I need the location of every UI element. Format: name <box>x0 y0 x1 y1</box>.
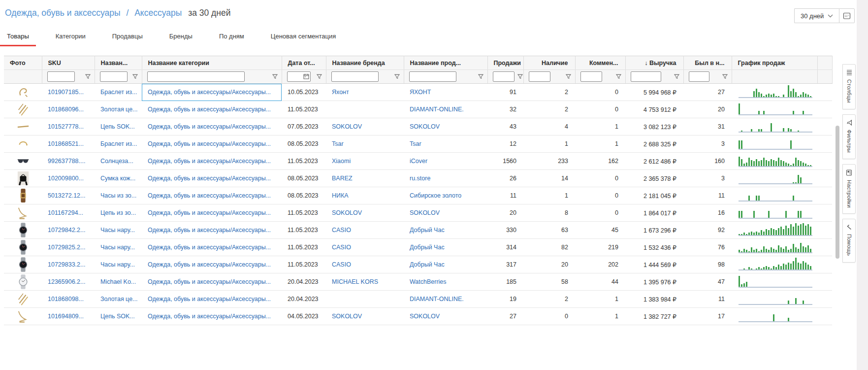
calendar-icon[interactable] <box>303 73 309 79</box>
filter-input-sku[interactable] <box>47 71 75 82</box>
sku-link[interactable]: 101868521... <box>48 140 84 147</box>
product-photo[interactable] <box>17 291 30 307</box>
sku-link[interactable]: 101694809... <box>48 313 84 320</box>
category-link[interactable]: Одежда, обувь и аксессуары/Аксессуары... <box>148 175 271 182</box>
filter-funnel-icon[interactable] <box>616 74 621 79</box>
filter-input-brand[interactable] <box>331 71 379 82</box>
seller-link[interactable]: ru.store <box>410 175 430 182</box>
product-photo[interactable] <box>17 136 30 152</box>
product-name-link[interactable]: Браслет из... <box>100 89 137 96</box>
filter-funnel-icon[interactable] <box>272 74 278 79</box>
sku-link[interactable]: 101868096... <box>48 106 84 113</box>
filter-input-category[interactable] <box>147 71 245 82</box>
brand-link[interactable]: CASIO <box>332 261 351 268</box>
category-link[interactable]: Одежда, обувь и аксессуары/Аксессуары... <box>148 192 271 199</box>
category-link[interactable]: Одежда, обувь и аксессуары/Аксессуары... <box>148 106 271 113</box>
sku-link[interactable]: 5013272.12... <box>48 192 85 199</box>
column-header-was[interactable]: Был в н... <box>683 56 732 70</box>
product-photo[interactable] <box>17 257 30 272</box>
product-photo[interactable] <box>17 188 30 203</box>
side-tab-columns[interactable]: Столбцы <box>842 64 856 109</box>
brand-link[interactable]: НИКА <box>332 192 349 199</box>
category-link[interactable]: Одежда, обувь и аксессуары/Аксессуары... <box>148 278 271 285</box>
brand-link[interactable]: MICHAEL KORS <box>332 278 378 285</box>
category-link[interactable]: Одежда, обувь и аксессуары/Аксессуары... <box>148 89 271 96</box>
product-photo[interactable] <box>17 84 30 100</box>
product-photo[interactable] <box>17 119 30 135</box>
filter-input-sales[interactable] <box>493 71 514 82</box>
product-name-link[interactable]: Браслет из... <box>100 140 137 147</box>
product-photo[interactable] <box>17 205 30 221</box>
sku-link[interactable]: 101907185... <box>48 89 84 96</box>
scrollbar-thumb[interactable] <box>836 126 839 259</box>
column-header-date[interactable]: Дата от... <box>282 56 326 70</box>
tab-by-days[interactable]: По дням <box>212 28 251 46</box>
filter-funnel-icon[interactable] <box>317 74 322 79</box>
product-name-link[interactable]: Цепь SOK... <box>100 313 135 320</box>
tab-price-segmentation[interactable]: Ценовая сегментация <box>264 28 343 46</box>
tab-products[interactable]: Товары <box>0 28 36 46</box>
sku-link[interactable]: 101167294... <box>48 209 83 216</box>
column-header-seller[interactable]: Название прод... <box>404 56 487 70</box>
product-photo[interactable] <box>17 101 30 117</box>
brand-link[interactable]: CASIO <box>332 227 351 234</box>
sku-link[interactable]: 12365906.2... <box>48 278 85 285</box>
filter-funnel-icon[interactable] <box>722 74 728 79</box>
product-name-link[interactable]: Солнцеза... <box>100 158 133 165</box>
filter-input-was[interactable] <box>689 71 709 82</box>
sku-link[interactable]: 992637788.... <box>48 158 85 165</box>
seller-link[interactable]: Добрый Час <box>410 244 445 251</box>
filter-funnel-icon[interactable] <box>85 74 91 79</box>
filter-input-comments[interactable] <box>580 71 602 82</box>
tab-sellers[interactable]: Продавцы <box>105 28 150 46</box>
brand-link[interactable]: SOKOLOV <box>332 123 362 130</box>
column-header-revenue[interactable]: ↓ Выручка <box>625 56 683 70</box>
brand-link[interactable]: Xiaomi <box>332 158 351 165</box>
side-tab-settings[interactable]: Настройки <box>842 164 856 214</box>
column-header-sales[interactable]: Продажи <box>487 56 523 70</box>
sku-link[interactable]: 10729833.2... <box>48 261 85 268</box>
product-photo[interactable] <box>17 222 30 238</box>
product-photo[interactable] <box>17 274 30 290</box>
filter-funnel-icon[interactable] <box>394 74 400 79</box>
column-header-comments[interactable]: Коммен... <box>575 56 625 70</box>
filter-funnel-icon[interactable] <box>132 74 138 79</box>
side-tab-filters[interactable]: Фильтры <box>842 114 856 159</box>
filter-input-revenue[interactable] <box>631 71 661 82</box>
tab-brands[interactable]: Бренды <box>162 28 199 46</box>
seller-link[interactable]: iCover <box>410 158 427 165</box>
breadcrumb-category-link[interactable]: Одежда, обувь и аксессуары <box>5 8 121 18</box>
seller-link[interactable]: ЯХОНТ <box>410 89 431 96</box>
product-photo[interactable] <box>17 153 30 169</box>
product-name-link[interactable]: Часы нару... <box>100 227 135 234</box>
filter-funnel-icon[interactable] <box>478 74 483 79</box>
brand-link[interactable]: SOKOLOV <box>332 313 362 320</box>
seller-link[interactable]: Добрый Час <box>410 227 445 234</box>
brand-link[interactable]: Яхонт <box>332 89 349 96</box>
sku-link[interactable]: 101868098... <box>48 296 84 303</box>
category-link[interactable]: Одежда, обувь и аксессуары/Аксессуары... <box>148 123 271 130</box>
filter-funnel-icon[interactable] <box>566 74 571 79</box>
sku-link[interactable]: 102009800... <box>48 175 84 182</box>
product-name-link[interactable]: Золотая це... <box>100 106 138 113</box>
seller-link[interactable]: Tsar <box>410 140 421 147</box>
tab-categories[interactable]: Категории <box>49 28 93 46</box>
vertical-scrollbar[interactable] <box>836 58 839 370</box>
breadcrumb-subcategory-link[interactable]: Аксессуары <box>134 8 182 18</box>
seller-link[interactable]: SOKOLOV <box>410 313 440 320</box>
product-name-link[interactable]: Часы из зо... <box>100 192 136 199</box>
column-header-category[interactable]: Название категории <box>142 56 282 70</box>
filter-input-name[interactable] <box>100 71 128 82</box>
seller-link[interactable]: Добрый Час <box>410 261 445 268</box>
category-link[interactable]: Одежда, обувь и аксессуары/Аксессуары... <box>148 296 271 303</box>
sku-link[interactable]: 10729825.2... <box>48 244 85 251</box>
brand-link[interactable]: BAREZ <box>332 175 353 182</box>
side-tab-help[interactable]: Помощь <box>842 219 856 262</box>
product-name-link[interactable]: Michael Ko... <box>100 278 136 285</box>
calendar-button[interactable] <box>839 8 855 23</box>
product-name-link[interactable]: Часы нару... <box>100 261 135 268</box>
filter-funnel-icon[interactable] <box>517 74 523 79</box>
sku-link[interactable]: 10729842.2... <box>48 227 85 234</box>
category-link[interactable]: Одежда, обувь и аксессуары/Аксессуары... <box>148 261 271 268</box>
filter-funnel-icon[interactable] <box>674 74 679 79</box>
